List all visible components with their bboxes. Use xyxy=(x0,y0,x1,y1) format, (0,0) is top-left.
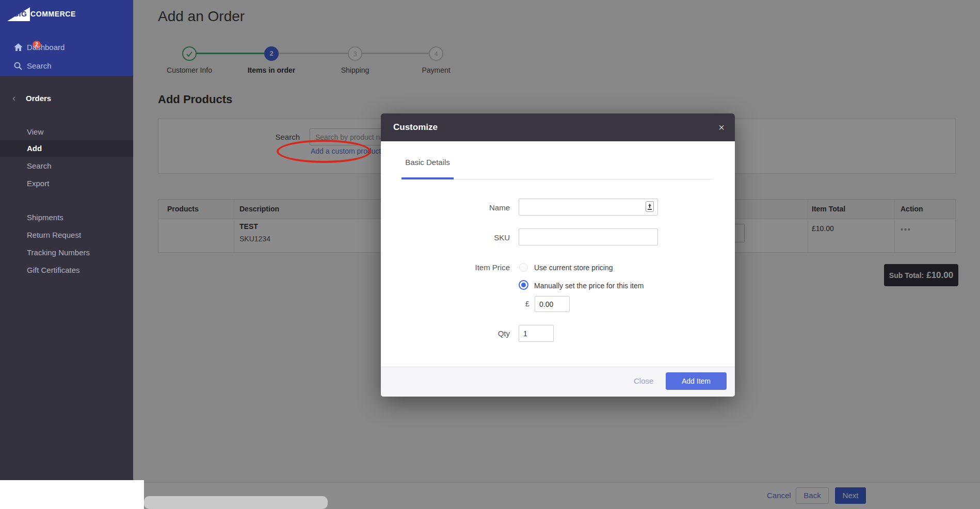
qty-field-label: Qty xyxy=(381,329,510,338)
search-icon xyxy=(14,62,22,72)
autofill-icon[interactable] xyxy=(646,201,654,212)
dashboard-label: Dashboard xyxy=(27,43,65,52)
sidebar-item-search[interactable]: Search xyxy=(0,58,133,74)
modal-header: Customize × xyxy=(381,113,735,141)
sidebar-header: BIG COMMERCE 2 Dashboard Search xyxy=(0,0,133,76)
item-price-label: Item Price xyxy=(381,263,510,272)
modal-footer: Close Add Item xyxy=(381,367,735,397)
home-icon: 2 xyxy=(14,43,23,53)
modal-title: Customize xyxy=(393,113,438,141)
sidebar-item-export[interactable]: Export xyxy=(0,175,133,192)
red-annotation-ellipse xyxy=(277,140,371,163)
app-window: BIG COMMERCE 2 Dashboard Search ‹ Orders xyxy=(0,0,980,509)
search-label: Search xyxy=(27,61,52,70)
radio-manual-price-label[interactable]: Manually set the price for this item xyxy=(534,282,644,290)
sidebar-item-view[interactable]: View xyxy=(0,124,133,140)
sidebar-item-dashboard[interactable]: 2 Dashboard xyxy=(0,39,133,56)
close-icon[interactable]: × xyxy=(718,113,725,141)
name-input[interactable] xyxy=(519,199,658,216)
bigcommerce-logo: BIG COMMERCE xyxy=(7,6,90,22)
radio-use-store-pricing[interactable] xyxy=(519,263,528,272)
modal-close-button[interactable]: Close xyxy=(634,376,653,385)
sku-field-label: SKU xyxy=(381,233,510,242)
orders-section-title: Orders xyxy=(26,94,51,103)
sidebar-item-gift-certificates[interactable]: Gift Certificates xyxy=(0,262,133,278)
price-input[interactable] xyxy=(535,296,570,312)
sidebar-item-search-orders[interactable]: Search xyxy=(0,158,133,174)
chevron-left-icon[interactable]: ‹ xyxy=(12,93,15,104)
sidebar-item-tracking-numbers[interactable]: Tracking Numbers xyxy=(0,244,133,261)
tab-basic-details[interactable]: Basic Details xyxy=(401,150,454,179)
sidebar: BIG COMMERCE 2 Dashboard Search ‹ Orders xyxy=(0,0,133,509)
logo-text-commerce: COMMERCE xyxy=(30,10,76,18)
orders-section-header[interactable]: ‹ Orders xyxy=(0,91,133,107)
logo-text-big: BIG xyxy=(13,10,27,18)
name-field-label: Name xyxy=(381,203,510,212)
sidebar-item-add[interactable]: Add xyxy=(0,140,133,157)
qty-input[interactable] xyxy=(519,325,554,342)
sku-input[interactable] xyxy=(519,228,658,245)
horizontal-scrollbar-thumb[interactable] xyxy=(144,496,328,509)
sidebar-item-return-request[interactable]: Return Request xyxy=(0,227,133,243)
sidebar-item-shipments[interactable]: Shipments xyxy=(0,209,133,226)
customize-modal: Customize × Basic Details Name SKU Item … xyxy=(381,113,735,397)
modal-tab-bar: Basic Details xyxy=(401,150,713,179)
add-item-button[interactable]: Add Item xyxy=(666,372,727,390)
radio-manual-price[interactable] xyxy=(519,280,528,290)
bottom-left-white-panel xyxy=(0,480,144,509)
radio-use-store-pricing-label[interactable]: Use current store pricing xyxy=(534,264,613,272)
currency-symbol: £ xyxy=(525,300,529,308)
